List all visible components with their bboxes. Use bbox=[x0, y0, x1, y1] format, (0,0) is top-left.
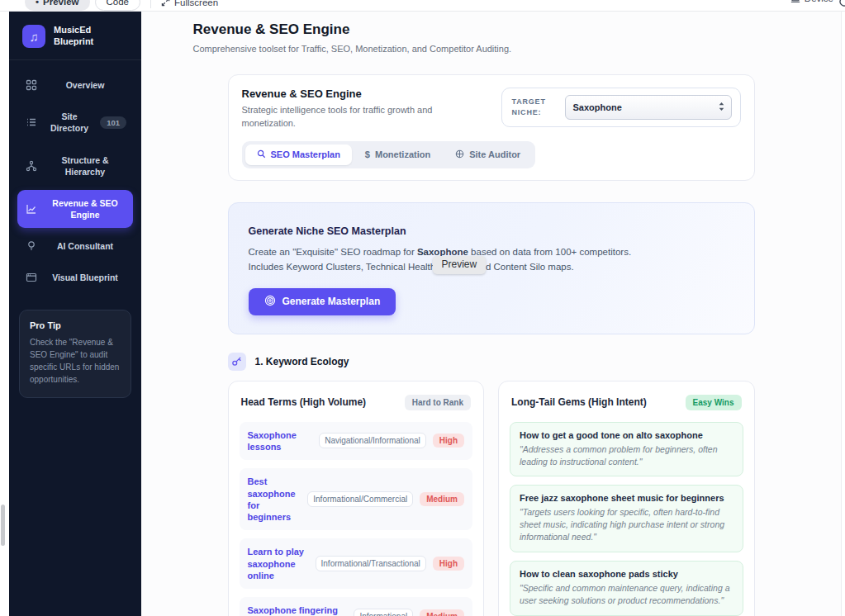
fullscreen-icon bbox=[161, 0, 170, 7]
difficulty-badge: Medium bbox=[420, 492, 464, 506]
intent-tag: Navigational/Informational bbox=[319, 433, 426, 448]
long-tail-quote: "Addresses a common problem for beginner… bbox=[520, 443, 733, 468]
sidebar-item-revenue-seo-engine[interactable]: Revenue & SEO Engine bbox=[17, 190, 133, 228]
long-tail-keyword: Free jazz saxophone sheet music for begi… bbox=[520, 493, 733, 503]
page-subtitle: Comprehensive toolset for Traffic, SEO, … bbox=[193, 44, 790, 54]
keyword-row: Learn to play saxophone online Informati… bbox=[240, 538, 473, 589]
hierarchy-icon bbox=[24, 160, 39, 172]
sidebar-item-structure-hierarchy[interactable]: Structure & Hierarchy bbox=[17, 147, 133, 185]
device-label: Device bbox=[805, 0, 833, 3]
search-icon bbox=[257, 149, 266, 160]
refresh-icon[interactable] bbox=[838, 0, 845, 12]
app-logo[interactable]: ♫ MusicEd Blueprint bbox=[9, 12, 141, 60]
keyword-ecology-title: 1. Keyword Ecology bbox=[255, 356, 349, 367]
engine-card-title: Revenue & SEO Engine bbox=[242, 88, 465, 100]
list-icon bbox=[24, 116, 39, 128]
pro-tip-card: Pro Tip Check the "Revenue & SEO Engine"… bbox=[19, 310, 131, 398]
app-frame: ♫ MusicEd Blueprint Overview bbox=[9, 12, 845, 616]
long-tail-keyword: How to clean saxophone pads sticky bbox=[520, 569, 733, 579]
active-dot-icon: • bbox=[36, 0, 39, 11]
generate-card-title: Generate Niche SEO Masterplan bbox=[249, 225, 734, 237]
preview-tab[interactable]: • Preview bbox=[25, 0, 90, 11]
device-icon bbox=[790, 0, 800, 3]
long-tail-quote: "Specific and common maintenance query, … bbox=[520, 582, 733, 607]
code-tab-label: Code bbox=[107, 0, 130, 11]
keyword-link[interactable]: Saxophone lessons bbox=[248, 429, 313, 453]
sidebar-item-label: Revenue & SEO Engine bbox=[44, 197, 126, 220]
long-tail-item[interactable]: Free jazz saxophone sheet music for begi… bbox=[510, 485, 743, 552]
difficulty-badge: High bbox=[433, 557, 464, 571]
long-tail-item[interactable]: How to clean saxophone pads sticky "Spec… bbox=[510, 561, 743, 616]
preview-tooltip: Preview bbox=[433, 256, 487, 274]
hard-to-rank-badge: Hard to Rank bbox=[405, 395, 471, 410]
sidebar-nav: Overview Site Directory 101 bbox=[9, 60, 141, 291]
sidebar: ♫ MusicEd Blueprint Overview bbox=[9, 12, 141, 616]
head-terms-title: Head Terms (High Volume) bbox=[241, 396, 367, 408]
window-icon bbox=[24, 272, 39, 283]
easy-wins-badge: Easy Wins bbox=[686, 395, 742, 410]
tab-seo-masterplan[interactable]: SEO Masterplan bbox=[245, 145, 352, 165]
generate-masterplan-card: Generate Niche SEO Masterplan Create an … bbox=[228, 202, 755, 334]
select-arrows-icon bbox=[718, 100, 725, 115]
target-niche-group: TARGET NICHE: Saxophone bbox=[501, 88, 741, 127]
keyword-link[interactable]: Best saxophone for beginners bbox=[248, 476, 301, 523]
long-tail-item[interactable]: How to get a good tone on alto saxophone… bbox=[510, 422, 743, 477]
difficulty-badge: Medium bbox=[420, 609, 464, 616]
grid-icon bbox=[24, 79, 39, 91]
long-tail-keyword: How to get a good tone on alto saxophone bbox=[520, 430, 733, 440]
page-title: Revenue & SEO Engine bbox=[193, 21, 790, 38]
pro-tip-text: Check the "Revenue & SEO Engine" to audi… bbox=[30, 336, 121, 386]
tab-label: SEO Masterplan bbox=[271, 149, 340, 159]
music-note-icon: ♫ bbox=[22, 25, 45, 48]
sidebar-item-overview[interactable]: Overview bbox=[17, 72, 133, 98]
tab-site-auditor[interactable]: Site Auditor bbox=[444, 145, 532, 165]
sidebar-item-label: Site Directory bbox=[44, 111, 95, 134]
head-terms-card: Head Terms (High Volume) Hard to Rank Sa… bbox=[228, 381, 485, 616]
sidebar-item-ai-consultant[interactable]: AI Consultant bbox=[17, 233, 133, 259]
generate-masterplan-button[interactable]: Generate Masterplan bbox=[249, 288, 396, 315]
toolbar-divider bbox=[150, 0, 151, 8]
target-niche-label: TARGET NICHE: bbox=[512, 97, 555, 119]
target-niche-value: Saxophone bbox=[573, 102, 622, 112]
key-icon bbox=[228, 353, 246, 371]
sidebar-item-label: Overview bbox=[44, 79, 126, 91]
sidebar-item-label: Structure & Hierarchy bbox=[44, 154, 126, 178]
viewport-right-edge bbox=[841, 12, 845, 616]
keyword-link[interactable]: Saxophone fingering chart bbox=[248, 604, 348, 616]
main-content: Revenue & SEO Engine Comprehensive tools… bbox=[141, 12, 841, 616]
dollar-icon: $ bbox=[365, 149, 370, 159]
intent-tag: Informational/Transactional bbox=[316, 556, 426, 571]
sidebar-item-site-directory[interactable]: Site Directory 101 bbox=[17, 103, 133, 141]
generate-button-label: Generate Masterplan bbox=[282, 296, 381, 307]
preview-tab-label: Preview bbox=[43, 0, 78, 11]
target-niche-select[interactable]: Saxophone bbox=[565, 95, 732, 120]
target-icon bbox=[264, 295, 276, 309]
page-scrollbar-thumb[interactable] bbox=[1, 505, 5, 546]
sidebar-item-label: Visual Blueprint bbox=[44, 272, 126, 283]
pro-tip-title: Pro Tip bbox=[30, 320, 121, 330]
keyword-row: Saxophone lessons Navigational/Informati… bbox=[240, 422, 473, 461]
fullscreen-label: Fullscreen bbox=[174, 0, 218, 7]
difficulty-badge: High bbox=[433, 434, 464, 448]
long-tail-title: Long-Tail Gems (High Intent) bbox=[511, 396, 647, 408]
app-title: MusicEd Blueprint bbox=[54, 25, 107, 48]
sidebar-item-visual-blueprint[interactable]: Visual Blueprint bbox=[17, 264, 133, 291]
keyword-link[interactable]: Learn to play saxophone online bbox=[248, 546, 309, 581]
editor-toolbar: • Preview Code Fullscreen Device bbox=[0, 0, 845, 12]
lightbulb-icon bbox=[24, 240, 39, 252]
code-tab[interactable]: Code bbox=[95, 0, 141, 11]
long-tail-quote: "Targets users looking for specific, oft… bbox=[520, 506, 733, 543]
long-tail-gems-card: Long-Tail Gems (High Intent) Easy Wins H… bbox=[498, 381, 755, 616]
description-text: Create an "Exquisite" SEO roadmap for bbox=[249, 247, 417, 257]
keyword-ecology-header: 1. Keyword Ecology bbox=[228, 353, 755, 371]
keyword-row: Best saxophone for beginners Information… bbox=[240, 468, 473, 530]
intent-tag: Informational/Commercial bbox=[307, 491, 413, 507]
fullscreen-button[interactable]: Fullscreen bbox=[161, 0, 218, 7]
globe-icon bbox=[455, 149, 464, 160]
tab-label: Monetization bbox=[375, 149, 430, 159]
tab-monetization[interactable]: $ Monetization bbox=[354, 145, 442, 165]
device-button[interactable]: Device bbox=[790, 0, 833, 3]
chart-icon bbox=[24, 203, 39, 215]
keyword-row: Saxophone fingering chart Informational … bbox=[240, 597, 473, 616]
engine-tabs: SEO Masterplan $ Monetization bbox=[242, 141, 536, 168]
